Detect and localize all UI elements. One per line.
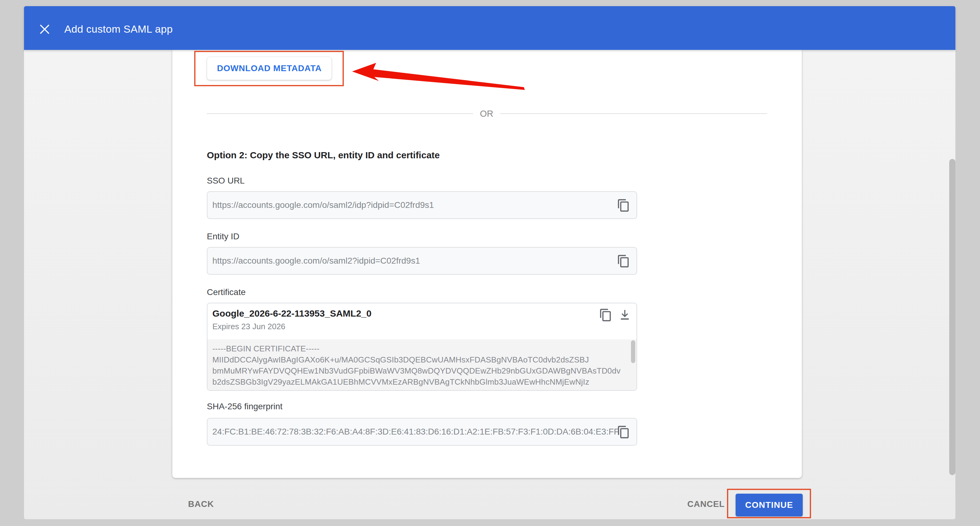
cancel-button[interactable]: CANCEL [687, 498, 724, 510]
sha256-label: SHA-256 fingerprint [207, 402, 422, 413]
certificate-download-button[interactable] [618, 308, 632, 322]
close-button[interactable] [37, 22, 52, 37]
copy-icon [617, 198, 630, 213]
certificate-body-line: bmMuMRYwFAYDVQQHEw1Nb3VudGFpbiBWaWV3MQ8w… [207, 365, 636, 376]
download-icon [618, 308, 632, 322]
divider-label: OR [473, 107, 500, 120]
sso-url-field: https://accounts.google.com/o/saml2/idp?… [207, 191, 637, 219]
sso-url-label: SSO URL [207, 176, 422, 187]
entity-id-copy-button[interactable] [617, 254, 630, 269]
certificate-body-line: b2dsZSBGb3IgV29yazELMAkGA1UEBhMCVVMxEzAR… [207, 376, 636, 387]
close-icon [37, 22, 52, 37]
certificate-name: Google_2026-6-22-113953_SAML2_0 [212, 308, 372, 319]
entity-id-value: https://accounts.google.com/o/saml2?idpi… [212, 248, 420, 274]
copy-icon [617, 425, 630, 440]
divider-line-left [207, 113, 473, 114]
certificate-body[interactable]: -----BEGIN CERTIFICATE----- MIIDdDCCAlyg… [207, 340, 636, 390]
annotation-box-continue [727, 489, 811, 518]
certificate-scrollbar[interactable] [631, 340, 635, 363]
annotation-arrow [339, 59, 536, 96]
sha256-field: 24:FC:B1:BE:46:72:78:3B:32:F6:AB:A4:8F:3… [207, 418, 637, 446]
certificate-copy-button[interactable] [599, 308, 612, 322]
dialog-scrollbar[interactable] [949, 159, 955, 475]
sso-url-value: https://accounts.google.com/o/saml2/idp?… [212, 192, 434, 218]
certificate-label: Certificate [207, 287, 422, 298]
annotation-box-download-metadata [194, 51, 344, 86]
certificate-body-line: -----BEGIN CERTIFICATE----- [207, 340, 636, 354]
copy-icon [599, 308, 612, 322]
divider-line-right [500, 113, 767, 114]
certificate-body-line: MIIDdDCCAlygAwIBAgIGAXo6K+u/MA0GCSqGSIb3… [207, 354, 636, 365]
certificate-expiry: Expires 23 Jun 2026 [212, 322, 285, 332]
entity-id-label: Entity ID [207, 231, 422, 243]
option2-heading: Option 2: Copy the SSO URL, entity ID an… [207, 150, 699, 164]
entity-id-field: https://accounts.google.com/o/saml2?idpi… [207, 247, 637, 275]
certificate-card: Google_2026-6-22-113953_SAML2_0 Expires … [207, 303, 637, 391]
back-button[interactable]: BACK [188, 498, 214, 510]
dialog-title: Add custom SAML app [64, 23, 173, 35]
sha256-value: 24:FC:B1:BE:46:72:78:3B:32:F6:AB:A4:8F:3… [212, 419, 619, 445]
sso-url-copy-button[interactable] [617, 198, 630, 213]
copy-icon [617, 254, 630, 269]
sha256-copy-button[interactable] [617, 425, 630, 440]
